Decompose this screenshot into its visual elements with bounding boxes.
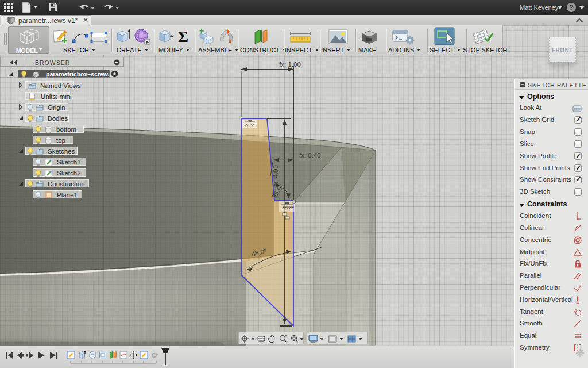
svg-text:fx: 4.00: fx: 4.00 — [272, 165, 279, 187]
svg-text:fx: 1.00: fx: 1.00 — [279, 61, 301, 68]
svg-text:fx: 0.40: fx: 0.40 — [299, 152, 321, 159]
svg-text:Σ: Σ — [178, 28, 188, 45]
svg-text:?: ? — [569, 3, 573, 12]
